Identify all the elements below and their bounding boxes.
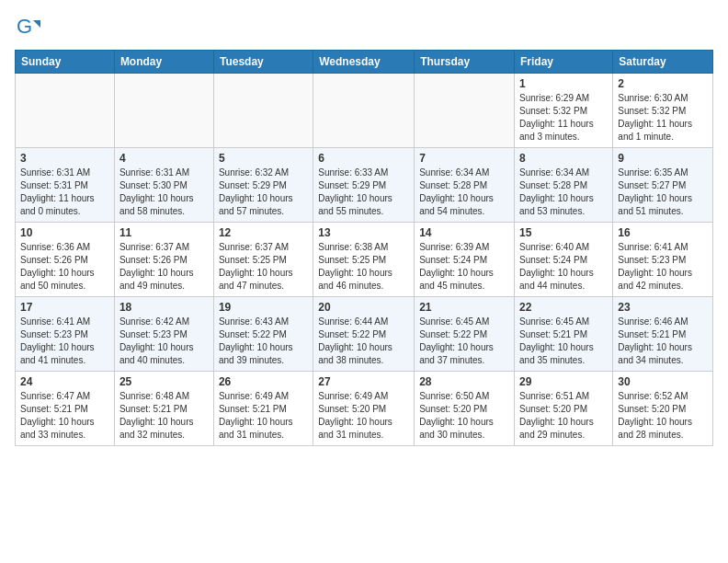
day-number: 5 [219,152,308,165]
logo: G [15,15,44,40]
day-number: 17 [20,301,109,314]
day-info: Sunrise: 6:45 AMSunset: 5:22 PMDaylight:… [419,316,509,367]
calendar-day-cell: 6Sunrise: 6:33 AMSunset: 5:29 PMDaylight… [313,148,415,223]
day-number: 20 [318,301,409,314]
day-info: Sunrise: 6:31 AMSunset: 5:31 PMDaylight:… [20,167,109,218]
calendar-day-cell: 2Sunrise: 6:30 AMSunset: 5:32 PMDaylight… [613,74,713,148]
day-info: Sunrise: 6:29 AMSunset: 5:32 PMDaylight:… [519,92,608,144]
calendar-day-cell: 29Sunrise: 6:51 AMSunset: 5:20 PMDayligh… [515,372,613,446]
day-number: 6 [318,152,409,165]
day-info: Sunrise: 6:45 AMSunset: 5:21 PMDaylight:… [519,316,608,367]
calendar-week-row: 17Sunrise: 6:41 AMSunset: 5:23 PMDayligh… [16,297,713,372]
day-number: 23 [618,301,708,314]
day-info: Sunrise: 6:41 AMSunset: 5:23 PMDaylight:… [20,316,109,367]
calendar-day-cell: 3Sunrise: 6:31 AMSunset: 5:31 PMDaylight… [16,148,115,223]
calendar-day-cell: 11Sunrise: 6:37 AMSunset: 5:26 PMDayligh… [114,223,213,297]
day-info: Sunrise: 6:34 AMSunset: 5:28 PMDaylight:… [519,167,608,218]
day-info: Sunrise: 6:40 AMSunset: 5:24 PMDaylight:… [519,241,608,293]
day-info: Sunrise: 6:30 AMSunset: 5:32 PMDaylight:… [618,92,708,144]
calendar-day-cell: 21Sunrise: 6:45 AMSunset: 5:22 PMDayligh… [415,297,515,372]
calendar-week-row: 10Sunrise: 6:36 AMSunset: 5:26 PMDayligh… [16,223,713,297]
day-number: 30 [618,375,708,388]
day-of-week-header: Tuesday [213,51,313,74]
day-info: Sunrise: 6:50 AMSunset: 5:20 PMDaylight:… [419,390,509,442]
calendar-day-cell: 9Sunrise: 6:35 AMSunset: 5:27 PMDaylight… [613,148,713,223]
day-info: Sunrise: 6:37 AMSunset: 5:25 PMDaylight:… [219,241,308,293]
day-info: Sunrise: 6:49 AMSunset: 5:21 PMDaylight:… [219,390,308,442]
svg-text:G: G [17,15,32,38]
day-info: Sunrise: 6:38 AMSunset: 5:25 PMDaylight:… [318,241,409,293]
day-number: 8 [519,152,608,165]
calendar-day-cell [16,74,115,148]
calendar-day-cell: 30Sunrise: 6:52 AMSunset: 5:20 PMDayligh… [613,372,713,446]
day-number: 4 [119,152,209,165]
day-number: 11 [119,226,209,239]
calendar-week-row: 3Sunrise: 6:31 AMSunset: 5:31 PMDaylight… [16,148,713,223]
calendar-day-cell: 14Sunrise: 6:39 AMSunset: 5:24 PMDayligh… [415,223,515,297]
day-of-week-header: Wednesday [313,51,415,74]
calendar-day-cell: 23Sunrise: 6:46 AMSunset: 5:21 PMDayligh… [613,297,713,372]
calendar-day-cell: 18Sunrise: 6:42 AMSunset: 5:23 PMDayligh… [114,297,213,372]
day-of-week-header: Saturday [613,51,713,74]
day-info: Sunrise: 6:34 AMSunset: 5:28 PMDaylight:… [419,167,509,218]
day-info: Sunrise: 6:51 AMSunset: 5:20 PMDaylight:… [519,390,608,442]
day-number: 22 [519,301,608,314]
day-number: 13 [318,226,409,239]
day-info: Sunrise: 6:39 AMSunset: 5:24 PMDaylight:… [419,241,509,293]
day-number: 29 [519,375,608,388]
day-number: 12 [219,226,308,239]
day-number: 16 [618,226,708,239]
calendar-header-row: SundayMondayTuesdayWednesdayThursdayFrid… [16,51,713,74]
calendar-day-cell [213,74,313,148]
day-of-week-header: Monday [114,51,213,74]
day-number: 24 [20,375,109,388]
day-info: Sunrise: 6:33 AMSunset: 5:29 PMDaylight:… [318,167,409,218]
day-number: 14 [419,226,509,239]
calendar-day-cell [313,74,415,148]
calendar-day-cell: 19Sunrise: 6:43 AMSunset: 5:22 PMDayligh… [213,297,313,372]
day-number: 2 [618,77,708,90]
day-number: 19 [219,301,308,314]
calendar-day-cell: 10Sunrise: 6:36 AMSunset: 5:26 PMDayligh… [16,223,115,297]
calendar-day-cell [114,74,213,148]
logo-icon: G [15,15,40,40]
day-number: 27 [318,375,409,388]
day-info: Sunrise: 6:32 AMSunset: 5:29 PMDaylight:… [219,167,308,218]
svg-marker-1 [33,20,40,28]
calendar-day-cell: 8Sunrise: 6:34 AMSunset: 5:28 PMDaylight… [515,148,613,223]
day-number: 25 [119,375,209,388]
day-number: 26 [219,375,308,388]
day-info: Sunrise: 6:49 AMSunset: 5:20 PMDaylight:… [318,390,409,442]
calendar-day-cell: 20Sunrise: 6:44 AMSunset: 5:22 PMDayligh… [313,297,415,372]
calendar-day-cell: 17Sunrise: 6:41 AMSunset: 5:23 PMDayligh… [16,297,115,372]
day-info: Sunrise: 6:47 AMSunset: 5:21 PMDaylight:… [20,390,109,442]
day-info: Sunrise: 6:36 AMSunset: 5:26 PMDaylight:… [20,241,109,293]
day-number: 7 [419,152,509,165]
calendar-table: SundayMondayTuesdayWednesdayThursdayFrid… [15,50,713,446]
calendar-week-row: 1Sunrise: 6:29 AMSunset: 5:32 PMDaylight… [16,74,713,148]
day-info: Sunrise: 6:35 AMSunset: 5:27 PMDaylight:… [618,167,708,218]
day-of-week-header: Friday [515,51,613,74]
calendar-day-cell: 27Sunrise: 6:49 AMSunset: 5:20 PMDayligh… [313,372,415,446]
calendar-day-cell: 26Sunrise: 6:49 AMSunset: 5:21 PMDayligh… [213,372,313,446]
calendar-day-cell: 24Sunrise: 6:47 AMSunset: 5:21 PMDayligh… [16,372,115,446]
day-number: 9 [618,152,708,165]
day-info: Sunrise: 6:37 AMSunset: 5:26 PMDaylight:… [119,241,209,293]
calendar-day-cell: 5Sunrise: 6:32 AMSunset: 5:29 PMDaylight… [213,148,313,223]
calendar-day-cell: 25Sunrise: 6:48 AMSunset: 5:21 PMDayligh… [114,372,213,446]
calendar-day-cell: 13Sunrise: 6:38 AMSunset: 5:25 PMDayligh… [313,223,415,297]
calendar-day-cell [415,74,515,148]
calendar-day-cell: 28Sunrise: 6:50 AMSunset: 5:20 PMDayligh… [415,372,515,446]
day-number: 1 [519,77,608,90]
day-info: Sunrise: 6:41 AMSunset: 5:23 PMDaylight:… [618,241,708,293]
calendar-day-cell: 7Sunrise: 6:34 AMSunset: 5:28 PMDaylight… [415,148,515,223]
calendar-day-cell: 15Sunrise: 6:40 AMSunset: 5:24 PMDayligh… [515,223,613,297]
day-number: 10 [20,226,109,239]
day-info: Sunrise: 6:46 AMSunset: 5:21 PMDaylight:… [618,316,708,367]
day-number: 28 [419,375,509,388]
calendar-day-cell: 16Sunrise: 6:41 AMSunset: 5:23 PMDayligh… [613,223,713,297]
calendar-week-row: 24Sunrise: 6:47 AMSunset: 5:21 PMDayligh… [16,372,713,446]
day-info: Sunrise: 6:42 AMSunset: 5:23 PMDaylight:… [119,316,209,367]
day-info: Sunrise: 6:44 AMSunset: 5:22 PMDaylight:… [318,316,409,367]
day-number: 3 [20,152,109,165]
